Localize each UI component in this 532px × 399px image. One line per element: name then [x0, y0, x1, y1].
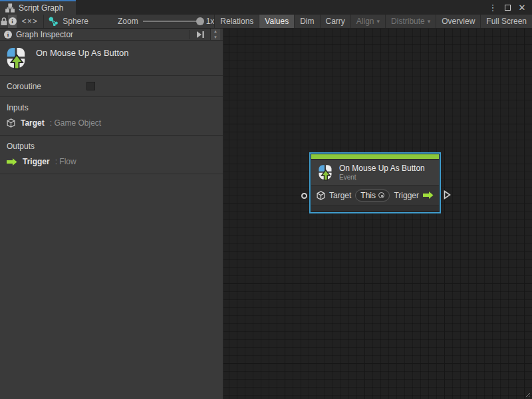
- cube-icon: [7, 118, 15, 128]
- zoom-label: Zoom: [118, 17, 138, 26]
- close-icon: ✕: [519, 3, 526, 13]
- inspected-node-summary: On Mouse Up As Button: [0, 41, 223, 75]
- coroutine-label: Coroutine: [7, 82, 86, 91]
- window-menu-button[interactable]: ⋮: [487, 1, 499, 13]
- input-connection-port[interactable]: [301, 193, 307, 199]
- info-icon: i: [4, 31, 12, 39]
- output-port-group: Trigger: [394, 191, 434, 200]
- triangle-up-icon: ▲: [213, 29, 217, 33]
- input-name: Target: [21, 118, 45, 128]
- node-ports-row: Target This Trigger: [311, 185, 439, 205]
- maximize-button[interactable]: [501, 1, 513, 13]
- maximize-icon: [505, 5, 511, 11]
- titlebar: Script Graph ⋮ ✕: [0, 0, 532, 15]
- kebab-menu-icon: ⋮: [489, 3, 497, 13]
- inspector-header: i Graph Inspector ▲ ▼: [0, 29, 223, 41]
- output-type: : Flow: [55, 157, 76, 166]
- zoom-slider[interactable]: [143, 21, 201, 22]
- mouse-up-icon: [317, 164, 334, 181]
- output-connection-port[interactable]: [444, 190, 451, 200]
- carry-label: Carry: [326, 17, 345, 26]
- coroutine-checkbox[interactable]: [86, 82, 95, 90]
- values-label: Values: [265, 17, 289, 26]
- flow-arrow-icon: [423, 191, 434, 200]
- output-name: Trigger: [23, 157, 50, 166]
- flow-arrow-icon: [7, 158, 17, 166]
- cube-icon: [317, 191, 325, 200]
- graph-inspector-panel: i Graph Inspector ▲ ▼: [0, 29, 223, 399]
- align-dropdown[interactable]: Align ▾: [350, 15, 385, 28]
- zoom-slider-thumb[interactable]: [196, 17, 204, 25]
- content-area: i Graph Inspector ▲ ▼: [0, 29, 532, 399]
- tab-script-graph[interactable]: Script Graph: [0, 0, 76, 15]
- dock-right-icon: [196, 31, 205, 39]
- inspector-toggle-button[interactable]: i: [8, 15, 16, 28]
- resize-grip[interactable]: [525, 392, 531, 398]
- node-titles: On Mouse Up As Button Event: [339, 164, 425, 181]
- graph-canvas[interactable]: On Mouse Up As Button Event Target: [223, 29, 532, 399]
- inspected-node-title: On Mouse Up As Button: [36, 46, 128, 58]
- output-port-definition: Trigger : Flow: [7, 157, 216, 166]
- scroll-down-button[interactable]: ▼: [211, 35, 220, 41]
- dim-button[interactable]: Dim: [294, 15, 319, 28]
- outputs-section: Outputs Trigger : Flow: [0, 135, 223, 174]
- info-icon: i: [9, 17, 17, 25]
- graph-reference-button[interactable]: Sphere: [43, 15, 94, 28]
- titlebar-spacer: [76, 0, 487, 15]
- input-port-definition: Target : Game Object: [7, 118, 216, 128]
- graph-network-icon: [49, 17, 58, 26]
- code-icon: <×>: [22, 17, 38, 26]
- lock-button[interactable]: [0, 15, 8, 28]
- triangle-down-icon: ▼: [213, 35, 217, 39]
- scroll-up-button[interactable]: ▲: [211, 29, 220, 35]
- zoom-value: 1x: [206, 17, 215, 26]
- fullscreen-label: Full Screen: [486, 17, 527, 26]
- dim-label: Dim: [300, 17, 314, 26]
- lock-icon: [0, 17, 8, 26]
- input-port-group: Target This: [317, 190, 390, 201]
- zoom-control: Zoom 1x: [118, 15, 214, 28]
- distribute-label: Distribute: [391, 17, 425, 26]
- chevron-down-icon: ▾: [377, 18, 380, 25]
- inputs-section: Inputs Target : Game Object: [0, 96, 223, 135]
- relations-button[interactable]: Relations: [214, 15, 259, 28]
- toolbar: i <×> Sphere Zoom 1x: [0, 15, 532, 29]
- overview-label: Overview: [442, 17, 475, 26]
- output-port-label: Trigger: [394, 191, 419, 200]
- overview-button[interactable]: Overview: [436, 15, 480, 28]
- node-header[interactable]: On Mouse Up As Button Event: [311, 160, 439, 185]
- target-value-chip[interactable]: This: [355, 190, 390, 201]
- inputs-header: Inputs: [7, 103, 216, 112]
- node-on-mouse-up-as-button[interactable]: On Mouse Up As Button Event Target: [311, 154, 440, 212]
- node-footer: [311, 205, 439, 211]
- close-button[interactable]: ✕: [516, 1, 528, 13]
- graph-hierarchy-icon: [5, 3, 15, 13]
- header-separator: [190, 30, 190, 39]
- inspector-title: Graph Inspector: [16, 30, 186, 39]
- code-view-button[interactable]: <×>: [17, 15, 43, 28]
- node-title: On Mouse Up As Button: [339, 164, 425, 173]
- node-subtitle: Event: [339, 174, 425, 181]
- relations-label: Relations: [220, 17, 253, 26]
- mouse-up-icon: [4, 46, 28, 70]
- carry-button[interactable]: Carry: [320, 15, 350, 28]
- fullscreen-button[interactable]: Full Screen: [480, 15, 532, 28]
- outputs-header: Outputs: [7, 142, 216, 151]
- input-type: : Game Object: [50, 118, 101, 128]
- scroll-spinner: ▲ ▼: [210, 29, 220, 40]
- window-controls: ⋮ ✕: [487, 0, 532, 15]
- distribute-dropdown[interactable]: Distribute ▾: [385, 15, 436, 28]
- chevron-down-icon: ▾: [428, 18, 431, 25]
- dock-panel-button[interactable]: [194, 31, 206, 39]
- coroutine-row: Coroutine: [0, 75, 223, 96]
- align-label: Align: [356, 17, 374, 26]
- graph-name-label: Sphere: [63, 17, 88, 26]
- toolbar-right-group: Relations Values Dim Carry Align ▾ Distr…: [214, 15, 532, 28]
- object-picker-icon: [378, 192, 384, 198]
- target-value-text: This: [360, 191, 376, 200]
- node-accent-bar: [311, 154, 439, 160]
- tab-label: Script Graph: [19, 3, 63, 13]
- inspector-empty-area: [0, 174, 223, 399]
- values-button[interactable]: Values: [259, 15, 294, 28]
- unity-script-graph-window: Script Graph ⋮ ✕ i <×>: [0, 0, 532, 399]
